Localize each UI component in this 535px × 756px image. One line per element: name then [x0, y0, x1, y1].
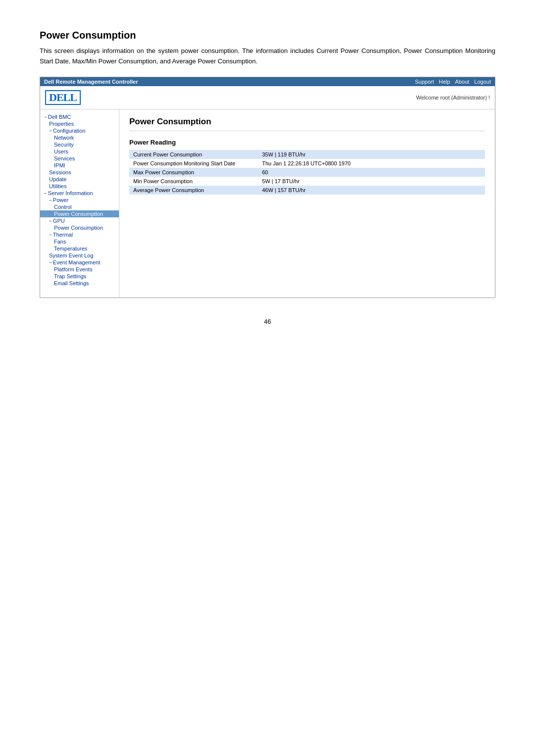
table-row: Power Consumption Monitoring Start DateT…	[129, 159, 485, 168]
sidebar-item-services[interactable]: Services	[40, 155, 119, 162]
drac-topbar: Dell Remote Management Controller Suppor…	[40, 77, 495, 86]
main-content: Power Consumption Power Reading Current …	[119, 109, 495, 298]
table-cell-label: Current Power Consumption	[129, 150, 258, 159]
sidebar-item-users[interactable]: Users	[40, 148, 119, 155]
drac-app-title: Dell Remote Management Controller	[44, 79, 138, 85]
table-cell-label: Max Power Consumption	[129, 168, 258, 177]
table-cell-label: Average Power Consumption	[129, 186, 258, 195]
drac-container: Dell Remote Management Controller Suppor…	[40, 77, 495, 298]
table-cell-value: 60	[258, 168, 485, 177]
table-cell-value: 5W | 17 BTU/hr	[258, 177, 485, 186]
page-title: Power Consumption	[40, 30, 495, 41]
table-row: Current Power Consumption35W | 119 BTU/h…	[129, 150, 485, 159]
sidebar-item-power[interactable]: −Power	[40, 197, 119, 203]
sidebar-item-dellbmc[interactable]: −Dell BMC	[40, 113, 119, 120]
sidebar-item-security[interactable]: Security	[40, 141, 119, 148]
table-cell-label: Power Consumption Monitoring Start Date	[129, 159, 258, 168]
sidebar-item-control[interactable]: Control	[40, 203, 119, 210]
page-number: 46	[40, 318, 495, 325]
dell-logo: DELL	[45, 90, 81, 105]
table-row: Max Power Consumption60	[129, 168, 485, 177]
table-cell-value: Thu Jan 1 22:26:18 UTC+0800 1970	[258, 159, 485, 168]
logout-link[interactable]: Logout	[474, 79, 491, 85]
about-link[interactable]: About	[455, 79, 470, 85]
sidebar: −Dell BMC Properties −Configuration Netw…	[40, 109, 119, 298]
sidebar-item-platform-events[interactable]: Platform Events	[40, 266, 119, 273]
sidebar-item-utilities[interactable]: Utilities	[40, 183, 119, 190]
welcome-message: Welcome root (Administrator) !	[416, 95, 490, 101]
sidebar-item-configuration[interactable]: −Configuration	[40, 127, 119, 134]
table-row: Average Power Consumption46W | 157 BTU/h…	[129, 186, 485, 195]
sidebar-item-ipmi[interactable]: IPMI	[40, 162, 119, 169]
help-link[interactable]: Help	[439, 79, 450, 85]
sidebar-item-gpu[interactable]: −GPU	[40, 217, 119, 224]
sidebar-item-network[interactable]: Network	[40, 134, 119, 141]
sidebar-item-properties[interactable]: Properties	[40, 120, 119, 127]
table-cell-value: 35W | 119 BTU/hr	[258, 150, 485, 159]
sidebar-item-trap-settings[interactable]: Trap Settings	[40, 273, 119, 280]
sidebar-item-gpu-power-consumption[interactable]: Power Consumption	[40, 224, 119, 231]
table-cell-label: Min Power Consumption	[129, 177, 258, 186]
sidebar-item-power-consumption[interactable]: Power Consumption	[40, 210, 119, 217]
content-title: Power Consumption	[129, 117, 485, 131]
sidebar-item-event-management[interactable]: −Event Management	[40, 259, 119, 266]
section-title: Power Reading	[129, 139, 485, 146]
sidebar-item-system-event-log[interactable]: System Event Log	[40, 252, 119, 259]
sidebar-item-sessions[interactable]: Sessions	[40, 169, 119, 176]
page-description: This screen displays information on the …	[40, 46, 495, 67]
sidebar-item-fans[interactable]: Fans	[40, 238, 119, 245]
sidebar-item-temperatures[interactable]: Temperatures	[40, 245, 119, 252]
table-cell-value: 46W | 157 BTU/hr	[258, 186, 485, 195]
sidebar-item-email-settings[interactable]: Email Settings	[40, 280, 119, 287]
power-table: Current Power Consumption35W | 119 BTU/h…	[129, 150, 485, 195]
sidebar-item-update[interactable]: Update	[40, 176, 119, 183]
drac-header: DELL Welcome root (Administrator) !	[40, 86, 495, 109]
sidebar-item-serverinfo[interactable]: −Server Information	[40, 190, 119, 197]
drac-body: −Dell BMC Properties −Configuration Netw…	[40, 109, 495, 298]
table-row: Min Power Consumption5W | 17 BTU/hr	[129, 177, 485, 186]
drac-topbar-links: Support Help About Logout	[415, 79, 491, 85]
support-link[interactable]: Support	[415, 79, 434, 85]
sidebar-item-thermal[interactable]: −Thermal	[40, 231, 119, 238]
